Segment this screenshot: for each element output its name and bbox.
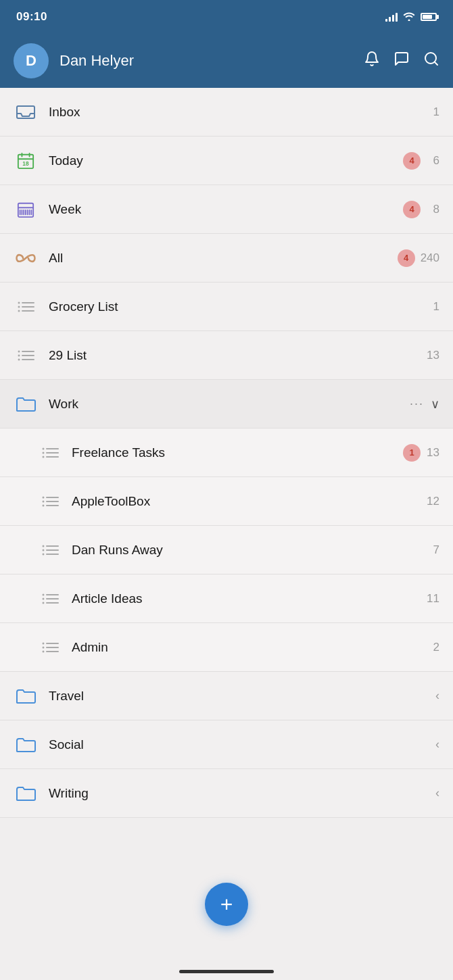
sidebar-item-freelance-tasks[interactable]: Freelance Tasks 1 13 — [0, 428, 453, 477]
svg-point-17 — [18, 301, 20, 303]
article-ideas-count: 11 — [426, 592, 439, 606]
appletoolbox-count: 12 — [426, 495, 439, 508]
header-actions — [364, 51, 439, 71]
bell-icon[interactable] — [364, 51, 380, 71]
sidebar-item-admin[interactable]: Admin 2 — [0, 623, 453, 672]
work-folder-chevron-icon[interactable]: ∨ — [431, 397, 439, 412]
svg-point-41 — [43, 545, 45, 547]
sidebar-item-grocery-list[interactable]: Grocery List 1 — [0, 283, 453, 331]
freelance-tasks-badge: 1 — [403, 444, 421, 462]
svg-line-1 — [435, 62, 437, 65]
freelance-tasks-icon — [38, 445, 62, 461]
all-badge: 4 — [398, 249, 415, 267]
social-folder-icon — [14, 737, 38, 753]
svg-point-37 — [43, 504, 45, 506]
all-label: All — [49, 251, 398, 266]
svg-point-36 — [43, 500, 45, 502]
add-task-button[interactable]: + — [205, 883, 248, 926]
svg-point-53 — [43, 642, 45, 644]
admin-label: Admin — [72, 640, 426, 655]
svg-point-24 — [18, 354, 20, 356]
svg-point-35 — [43, 496, 45, 498]
svg-point-31 — [43, 456, 45, 458]
svg-text:18: 18 — [22, 160, 29, 167]
dan-runs-away-label: Dan Runs Away — [72, 543, 426, 558]
sidebar-item-work-folder[interactable]: Work ··· ∨ — [0, 380, 453, 428]
all-count: 240 — [421, 251, 439, 265]
work-folder-icon — [14, 396, 38, 412]
travel-folder-label: Travel — [49, 689, 435, 704]
writing-folder-label: Writing — [49, 786, 435, 801]
sidebar-item-all[interactable]: All 4 240 — [0, 234, 453, 283]
social-folder-chevron-icon[interactable]: ‹ — [435, 737, 439, 752]
work-folder-actions: ··· ∨ — [410, 397, 439, 412]
travel-folder-icon — [14, 688, 38, 704]
week-badge: 4 — [403, 201, 421, 218]
signal-icon — [385, 12, 398, 22]
svg-point-47 — [43, 593, 45, 595]
appletoolbox-icon — [38, 493, 62, 510]
sidebar-item-appletoolbox[interactable]: AppleToolBox 12 — [0, 477, 453, 526]
week-count: 8 — [426, 203, 439, 216]
svg-point-19 — [18, 310, 20, 312]
sidebar-item-29-list[interactable]: 29 List 13 — [0, 331, 453, 380]
admin-icon — [38, 639, 62, 656]
avatar[interactable]: D — [14, 43, 49, 78]
admin-count: 2 — [426, 641, 439, 654]
work-folder-label: Work — [49, 397, 410, 412]
status-icons — [385, 11, 437, 23]
work-folder-menu-button[interactable]: ··· — [410, 397, 424, 411]
sidebar-item-writing-folder[interactable]: Writing ‹ — [0, 769, 453, 818]
dan-runs-away-count: 7 — [426, 543, 439, 557]
travel-folder-chevron-icon[interactable]: ‹ — [435, 689, 439, 703]
infinity-icon — [14, 251, 38, 265]
freelance-tasks-count: 13 — [426, 446, 439, 460]
sidebar-item-week[interactable]: Week 4 8 — [0, 185, 453, 234]
sidebar-item-travel-folder[interactable]: Travel ‹ — [0, 672, 453, 720]
article-ideas-label: Article Ideas — [72, 591, 426, 606]
week-label: Week — [49, 202, 403, 217]
sidebar-item-inbox[interactable]: Inbox 1 — [0, 88, 453, 137]
sidebar-item-social-folder[interactable]: Social ‹ — [0, 720, 453, 769]
inbox-label: Inbox — [49, 105, 426, 120]
wifi-icon — [403, 11, 415, 23]
29-list-icon — [14, 347, 38, 364]
svg-point-55 — [43, 650, 45, 652]
svg-point-29 — [43, 447, 45, 449]
grocery-list-count: 1 — [426, 300, 439, 314]
svg-point-42 — [43, 549, 45, 551]
today-badge: 4 — [403, 152, 421, 170]
status-bar: 09:10 — [0, 0, 453, 34]
home-indicator — [179, 970, 274, 973]
battery-icon — [421, 13, 437, 21]
grocery-list-label: Grocery List — [49, 299, 426, 314]
today-count: 6 — [426, 154, 439, 168]
today-label: Today — [49, 153, 403, 168]
svg-point-25 — [18, 358, 20, 360]
sidebar-item-today[interactable]: 18 Today 4 6 — [0, 137, 453, 185]
svg-point-43 — [43, 553, 45, 555]
today-icon: 18 — [14, 152, 38, 170]
article-ideas-icon — [38, 591, 62, 607]
user-name: Dan Helyer — [59, 52, 353, 70]
sidebar-item-article-ideas[interactable]: Article Ideas 11 — [0, 574, 453, 623]
writing-folder-chevron-icon[interactable]: ‹ — [435, 786, 439, 800]
chat-icon[interactable] — [394, 51, 410, 71]
svg-point-18 — [18, 305, 20, 308]
search-icon[interactable] — [423, 51, 439, 71]
header: D Dan Helyer — [0, 34, 453, 88]
add-icon: + — [220, 892, 233, 917]
freelance-tasks-label: Freelance Tasks — [72, 445, 403, 460]
svg-point-30 — [43, 451, 45, 454]
social-folder-label: Social — [49, 737, 435, 752]
sidebar-item-dan-runs-away[interactable]: Dan Runs Away 7 — [0, 526, 453, 574]
writing-folder-icon — [14, 785, 38, 802]
week-icon — [14, 201, 38, 218]
svg-point-49 — [43, 602, 45, 604]
appletoolbox-label: AppleToolBox — [72, 494, 426, 509]
dan-runs-away-icon — [38, 542, 62, 558]
svg-point-23 — [18, 350, 20, 352]
svg-point-54 — [43, 646, 45, 648]
svg-point-48 — [43, 597, 45, 599]
status-time: 09:10 — [16, 10, 47, 24]
